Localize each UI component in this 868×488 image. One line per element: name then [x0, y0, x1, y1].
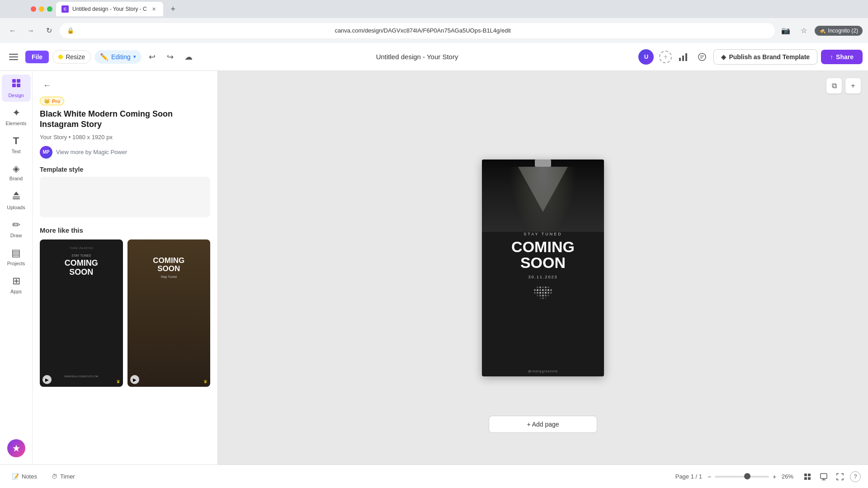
elements-label: Elements — [6, 121, 27, 126]
new-tab-btn[interactable]: + — [167, 3, 179, 15]
svg-rect-4 — [682, 56, 684, 61]
bottom-right: Page 1 / 1 − + 26% ? — [675, 470, 861, 483]
fullscreen-btn[interactable] — [834, 470, 846, 483]
redo-button[interactable]: ↪ — [163, 50, 178, 64]
browser-nav: ← → ↻ 🔒 canva.com/design/DAGVxc874lA/F6P… — [0, 18, 868, 43]
address-bar[interactable]: 🔒 canva.com/design/DAGVxc874lA/F6P0An75A… — [60, 23, 775, 38]
template-card-1[interactable]: THINK UNLIMITED STAY TUNED COMINGSOON WW… — [40, 239, 123, 387]
tab-close-btn[interactable]: ✕ — [151, 5, 158, 13]
add-page-area: + Add page — [489, 416, 597, 433]
timer-icon: ⏱ — [52, 473, 57, 480]
page-info: Page 1 / 1 — [675, 473, 702, 480]
avatar-container: U — [638, 49, 654, 65]
window-close[interactable] — [31, 6, 36, 12]
grid-view-btn[interactable] — [801, 470, 814, 483]
undo-button[interactable]: ↩ — [145, 50, 160, 64]
sidebar-item-projects[interactable]: ▤ Projects — [2, 244, 31, 270]
canvas-wrapper: STAY TUNED COMINGSOON 30.11.2023 — [482, 160, 604, 376]
template-card-2[interactable]: COMINGSOON Stay Tuned ▶ ♛ — [127, 239, 211, 387]
left-panel: ← 👑 Pro Black White Modern Coming Soon I… — [33, 71, 218, 465]
zoom-level: 26% — [782, 473, 797, 480]
publish-brand-template-btn[interactable]: ◈ Publish as Brand Template — [713, 49, 817, 65]
cast-icon[interactable]: 📷 — [778, 23, 793, 38]
panel-content: 👑 Pro Black White Modern Coming Soon Ins… — [33, 96, 217, 465]
svg-rect-18 — [804, 477, 807, 480]
svg-rect-10 — [17, 79, 20, 83]
elements-icon: ✦ — [12, 107, 20, 119]
zoom-control: − + — [706, 473, 778, 480]
sidebar-item-elements[interactable]: ✦ Elements — [2, 103, 31, 130]
window-minimize[interactable] — [39, 6, 44, 12]
svg-rect-19 — [808, 477, 811, 480]
brand-label: Brand — [9, 176, 23, 181]
add-team-member-btn[interactable]: + — [659, 51, 672, 63]
card1-play-icon: ▶ — [42, 375, 52, 384]
magic-ai-btn[interactable] — [7, 439, 25, 457]
toolbar: File Resize ✏️ Editing ▾ ↩ ↪ ☁ Untitled … — [0, 43, 868, 71]
card1-site: WWW.REALLYGREATSITE.COM — [42, 375, 121, 378]
file-button[interactable]: File — [25, 51, 49, 63]
card2-play-icon: ▶ — [130, 375, 139, 384]
comments-icon[interactable] — [694, 49, 710, 65]
design-date-text: 30.11.2023 — [528, 275, 557, 279]
card1-think: THINK UNLIMITED — [43, 243, 119, 249]
apps-label: Apps — [10, 289, 22, 294]
creator-avatar: MP — [40, 146, 52, 159]
template-style-preview[interactable] — [40, 177, 210, 217]
card1-main: COMINGSOON — [43, 259, 119, 277]
add-page-btn[interactable]: + Add page — [489, 416, 597, 433]
projects-label: Projects — [7, 261, 25, 266]
window-maximize[interactable] — [47, 6, 52, 12]
svg-rect-20 — [821, 474, 827, 479]
back-btn[interactable]: ← — [5, 23, 20, 38]
lamp-beam — [509, 167, 577, 239]
apps-icon: ⊞ — [12, 275, 20, 287]
save-cloud-icon[interactable]: ☁ — [181, 50, 196, 64]
creator-row: MP View more by Magic Power — [40, 146, 210, 159]
panel-back-btn[interactable]: ← — [40, 78, 54, 93]
sidebar-icons: Design ✦ Elements T Text ◈ Brand Uploads — [0, 71, 33, 465]
sidebar-item-design[interactable]: Design — [2, 75, 31, 102]
browser-tab[interactable]: C Untitled design - Your Story - C ✕ — [56, 2, 163, 16]
lamp-fixture — [535, 160, 551, 167]
zoom-slider[interactable] — [715, 476, 769, 478]
incognito-badge: 🕵 Incognito (2) — [815, 26, 863, 36]
timer-btn[interactable]: ⏱ Timer — [47, 470, 80, 483]
duplicate-page-btn[interactable]: ⧉ — [826, 78, 842, 94]
sidebar-item-uploads[interactable]: Uploads — [2, 187, 31, 214]
svg-rect-2 — [9, 59, 18, 60]
brand-icon: ◈ — [13, 163, 19, 174]
zoom-in-btn[interactable]: + — [771, 473, 778, 480]
svg-rect-11 — [12, 84, 16, 87]
template-meta: Your Story • 488 x 868 px — [40, 134, 210, 141]
bookmark-icon[interactable]: ☆ — [797, 23, 811, 38]
resize-button[interactable]: Resize — [52, 50, 91, 64]
zoom-thumb[interactable] — [744, 473, 750, 479]
present-view-btn[interactable] — [817, 470, 830, 483]
pro-badge: 👑 Pro — [40, 97, 64, 105]
sidebar-item-apps[interactable]: ⊞ Apps — [2, 272, 31, 298]
browser-chrome: C Untitled design - Your Story - C ✕ + ←… — [0, 0, 868, 43]
sidebar-item-brand[interactable]: ◈ Brand — [2, 160, 31, 185]
sidebar-item-draw[interactable]: ✏ Draw — [2, 216, 31, 242]
share-button[interactable]: ↑ Share — [821, 50, 863, 64]
forward-btn[interactable]: → — [24, 23, 38, 38]
template-style-label: Template style — [40, 166, 210, 173]
notes-btn[interactable]: 📝 Notes — [7, 470, 42, 483]
help-btn[interactable]: ? — [850, 471, 861, 482]
design-lamp-area — [482, 160, 604, 232]
analytics-icon[interactable] — [675, 49, 691, 65]
zoom-out-btn[interactable]: − — [706, 473, 713, 480]
svg-rect-17 — [808, 474, 811, 476]
expand-page-btn[interactable]: + — [845, 78, 861, 94]
svg-point-6 — [698, 53, 706, 61]
projects-icon: ▤ — [11, 247, 21, 259]
menu-hamburger[interactable] — [5, 49, 22, 65]
editing-button[interactable]: ✏️ Editing ▾ — [94, 50, 142, 64]
user-avatar[interactable]: U — [638, 49, 654, 65]
refresh-btn[interactable]: ↻ — [42, 23, 56, 38]
document-title[interactable]: Untitled design - Your Story — [376, 53, 458, 61]
canvas-design[interactable]: STAY TUNED COMINGSOON 30.11.2023 — [482, 160, 604, 376]
creator-link[interactable]: View more by Magic Power — [56, 149, 127, 155]
sidebar-item-text[interactable]: T Text — [2, 131, 31, 158]
